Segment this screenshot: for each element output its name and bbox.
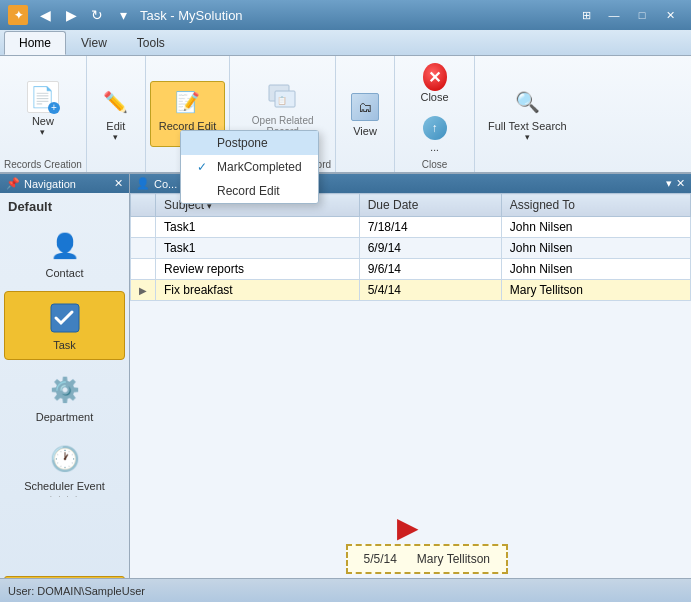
- sidebar-title: Navigation: [24, 178, 76, 190]
- sidebar-item-contact[interactable]: 👤 Contact: [4, 220, 125, 287]
- close-red-icon: ✕: [423, 65, 447, 89]
- maximize-button[interactable]: □: [629, 4, 655, 26]
- full-text-label: Full Text Search: [488, 120, 567, 132]
- dropdown-item-postpone[interactable]: Postpone: [181, 131, 318, 155]
- layout-button[interactable]: ⊞: [573, 4, 599, 26]
- edit-button[interactable]: ✏️ Edit ▾: [91, 81, 141, 147]
- records-creation-label: Records Creation: [4, 157, 82, 172]
- sidebar: 📌 Navigation ✕ Default 👤 Contact Task ⚙️…: [0, 174, 130, 602]
- edit-arrow: ▾: [113, 132, 118, 142]
- new-icon: 📄: [27, 81, 59, 113]
- task-table: Subject ▾ Due Date Assigned To Task1 7/1…: [130, 193, 691, 301]
- sidebar-pin-icon[interactable]: 📌: [6, 177, 20, 190]
- row-arrow-cell: [131, 217, 156, 238]
- more-button[interactable]: ↑ ...: [415, 112, 455, 157]
- assigned-to-cell: John Nilsen: [501, 238, 690, 259]
- ribbon-group-records-creation: 📄 New ▾ Records Creation: [0, 56, 87, 172]
- tab-tools[interactable]: Tools: [122, 31, 180, 55]
- subject-cell: Review reports: [156, 259, 360, 280]
- content-header-icon: 👤: [136, 177, 150, 190]
- assigned-to-cell: John Nilsen: [501, 259, 690, 280]
- record-edit-dropdown: Postpone ✓ MarkCompleted Record Edit: [180, 130, 319, 204]
- sidebar-item-department[interactable]: ⚙️ Department: [4, 364, 125, 431]
- dropdown-item-mark-completed[interactable]: ✓ MarkCompleted: [181, 155, 318, 179]
- ribbon-tab-bar: Home View Tools: [0, 30, 691, 56]
- sidebar-item-task[interactable]: Task: [4, 291, 125, 360]
- table-scroll-area: Subject ▾ Due Date Assigned To Task1 7/1…: [130, 193, 691, 602]
- sidebar-item-contact-label: Contact: [46, 267, 84, 279]
- close-window-button[interactable]: ✕: [657, 4, 683, 26]
- full-text-group-label: [479, 168, 576, 172]
- ribbon-group-full-text: 🔍 Full Text Search ▾: [475, 56, 580, 172]
- content-area: 👤 Co... ▾ ✕ Subject ▾ Due Date Assigned: [130, 174, 691, 602]
- edit-icon: ✏️: [100, 86, 132, 118]
- subject-cell: Fix breakfast: [156, 280, 360, 301]
- minimize-button[interactable]: —: [601, 4, 627, 26]
- new-label: New: [32, 115, 54, 127]
- department-icon: ⚙️: [47, 372, 83, 408]
- row-arrow-cell: ▶: [131, 280, 156, 301]
- subject-cell: Task1: [156, 217, 360, 238]
- record-edit-icon: 📝: [172, 86, 204, 118]
- table-row[interactable]: Review reports 9/6/14 John Nilsen: [131, 259, 691, 280]
- sidebar-default-section: Default: [0, 193, 129, 218]
- content-header-title: Co...: [154, 178, 177, 190]
- table-row[interactable]: Task1 7/18/14 John Nilsen: [131, 217, 691, 238]
- row-arrow-cell: [131, 259, 156, 280]
- new-button[interactable]: 📄 New ▾: [18, 76, 68, 142]
- view-label: View: [353, 125, 377, 137]
- back-button[interactable]: ◀: [34, 4, 56, 26]
- ribbon-group-view: 🗂 View: [336, 56, 395, 172]
- table-row-selected[interactable]: ▶ Fix breakfast 5/4/14 Mary Tellitson: [131, 280, 691, 301]
- app-icon: ✦: [8, 5, 28, 25]
- due-date-cell: 9/6/14: [359, 259, 501, 280]
- due-date-cell: 5/4/14: [359, 280, 501, 301]
- mark-completed-check: ✓: [197, 160, 211, 174]
- view-group-label: [340, 168, 390, 172]
- full-text-search-button[interactable]: 🔍 Full Text Search ▾: [479, 81, 576, 147]
- record-edit-menu-label: Record Edit: [217, 184, 280, 198]
- col-assigned-to-header[interactable]: Assigned To: [501, 194, 690, 217]
- dropdown-item-record-edit[interactable]: Record Edit: [181, 179, 318, 203]
- ribbon-group-edit: ✏️ Edit ▾: [87, 56, 146, 172]
- col-due-date-header[interactable]: Due Date: [359, 194, 501, 217]
- due-date-cell: 6/9/14: [359, 238, 501, 259]
- dropdown-button[interactable]: ▾: [112, 4, 134, 26]
- subject-cell: Task1: [156, 238, 360, 259]
- content-close-icon[interactable]: ✕: [676, 177, 685, 190]
- status-text: User: DOMAIN\SampleUser: [8, 585, 145, 597]
- ribbon: 📄 New ▾ Records Creation ✏️ Edit ▾: [0, 56, 691, 174]
- main-layout: 📌 Navigation ✕ Default 👤 Contact Task ⚙️…: [0, 174, 691, 602]
- selected-record-box: 5/5/14 Mary Tellitson: [345, 544, 508, 574]
- edit-label: Edit: [106, 120, 125, 132]
- close-group-label: Close: [399, 157, 470, 172]
- sidebar-close-icon[interactable]: ✕: [114, 177, 123, 190]
- window-title: Task - MySolution: [140, 8, 243, 23]
- search-icon: 🔍: [511, 86, 543, 118]
- sidebar-item-scheduler[interactable]: 🕐 Scheduler Event · · · ·: [4, 435, 125, 507]
- edit-group-label: [91, 168, 141, 172]
- postpone-label: Postpone: [217, 136, 268, 150]
- status-bar: User: DOMAIN\SampleUser: [0, 578, 691, 602]
- table-row[interactable]: Task1 6/9/14 John Nilsen: [131, 238, 691, 259]
- content-scroll-icon[interactable]: ▾: [666, 177, 672, 190]
- forward-button[interactable]: ▶: [60, 4, 82, 26]
- view-button[interactable]: 🗂 View: [340, 83, 390, 145]
- tab-home[interactable]: Home: [4, 31, 66, 55]
- refresh-button[interactable]: ↻: [86, 4, 108, 26]
- more-icon: ↑: [423, 116, 447, 140]
- tab-view[interactable]: View: [66, 31, 122, 55]
- sidebar-item-department-label: Department: [36, 411, 93, 423]
- assigned-to-cell: Mary Tellitson: [501, 280, 690, 301]
- open-related-icon: 📋: [267, 81, 299, 113]
- close-label: Close: [420, 91, 448, 103]
- assigned-to-cell: John Nilsen: [501, 217, 690, 238]
- due-date-cell: 7/18/14: [359, 217, 501, 238]
- contact-icon: 👤: [47, 228, 83, 264]
- task-icon: [47, 300, 83, 336]
- svg-text:📋: 📋: [277, 95, 287, 105]
- col-arrow-header: [131, 194, 156, 217]
- close-button[interactable]: ✕ Close: [411, 60, 459, 108]
- red-arrow-indicator: ▶: [397, 511, 419, 544]
- new-arrow: ▾: [40, 127, 45, 137]
